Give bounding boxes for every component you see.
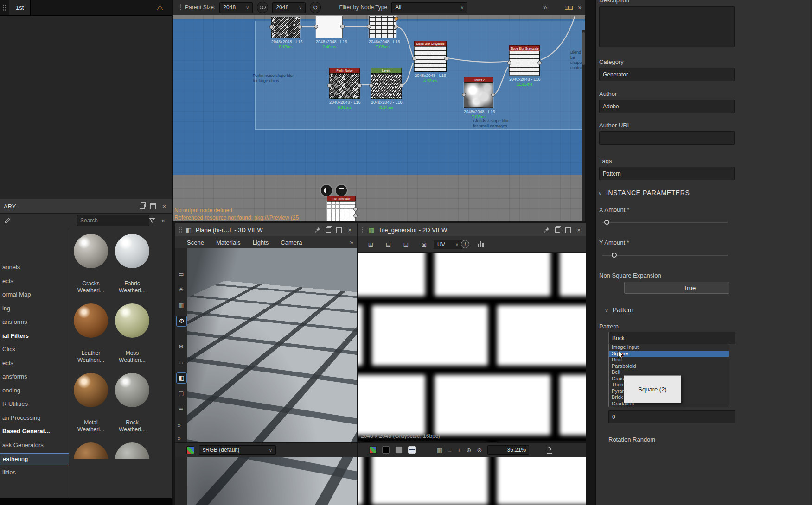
pattern-section-header[interactable]: Pattern (613, 306, 633, 314)
environment-icon[interactable]: ▦ (176, 300, 186, 310)
center-view-icon[interactable]: + (457, 447, 461, 454)
description-field[interactable] (599, 6, 735, 47)
graph-node[interactable]: 2048x2048 - L160.17ms (271, 17, 300, 38)
y-amount-knob[interactable] (612, 252, 617, 258)
output-connector-icon[interactable] (394, 25, 398, 29)
scrollbar-handle[interactable] (582, 32, 585, 65)
x-amount-slider[interactable] (602, 222, 728, 223)
edit-pencil-icon[interactable] (4, 217, 11, 224)
graph-node[interactable]: Slope Blur Grayscale2048x2048 - L1611.95… (509, 45, 540, 76)
filter-funnel-icon[interactable] (148, 217, 156, 224)
output-toggle-button[interactable] (320, 184, 333, 197)
black-channel-icon[interactable] (382, 446, 390, 454)
view-2d-titlebar[interactable]: ▦ Tile_generator - 2D VIEW × (358, 223, 586, 237)
input-connector-icon[interactable] (367, 25, 371, 29)
pin-icon[interactable] (314, 226, 321, 234)
node-graph-canvas[interactable]: Perlin noise slope blurfor large chipsCl… (173, 15, 585, 221)
move-icon[interactable]: ⊕ (176, 341, 186, 351)
viewport-3d[interactable] (187, 248, 357, 505)
chevron-down-icon[interactable]: ∨ (598, 190, 602, 196)
maximize-panel-icon[interactable] (335, 226, 343, 234)
list-item[interactable] (115, 442, 149, 459)
sidebar-item-ansforms[interactable]: ansforms (0, 371, 68, 382)
author-field[interactable]: Adobe (599, 100, 735, 113)
pattern-option-square[interactable]: Square (609, 351, 729, 357)
list-item[interactable]: MetalWeatheri... (74, 373, 108, 407)
author-url-field[interactable] (599, 131, 735, 145)
parent-width-dropdown[interactable]: 2048∨ (219, 2, 253, 13)
info-icon[interactable]: i (461, 240, 469, 248)
input-connector-icon[interactable] (314, 25, 318, 29)
input-connector-icon[interactable] (507, 61, 511, 65)
input-connector-icon[interactable] (269, 25, 274, 29)
sidebar-item-ects[interactable]: ects (0, 276, 68, 287)
menu-scene[interactable]: Scene (187, 239, 204, 246)
output-connector-icon[interactable] (298, 25, 302, 29)
texture-2d-canvas[interactable] (358, 252, 586, 505)
link-sizes-button[interactable] (257, 2, 268, 13)
uv-mode-dropdown[interactable]: UV∨ (434, 240, 462, 249)
graph-vertical-scrollbar[interactable] (582, 30, 585, 221)
output-connector-icon[interactable] (537, 61, 542, 65)
graph-node[interactable]: 2048x2048 - L167.05ms (369, 16, 396, 38)
reset-size-button[interactable]: ↺ (310, 2, 321, 13)
close-icon[interactable]: × (346, 226, 353, 234)
menu-materials[interactable]: Materials (216, 239, 241, 246)
pattern-option-image-input[interactable]: Image Input (609, 344, 729, 351)
pattern-dropdown[interactable]: Brick (608, 332, 735, 344)
scale-icon[interactable]: ↔ (176, 357, 186, 367)
non-square-expansion-toggle[interactable]: True (624, 282, 729, 294)
close-icon[interactable]: × (575, 226, 582, 234)
view-3d-titlebar[interactable]: ◧ Plane (hi-r…L - 3D VIEW × (175, 223, 357, 237)
panel-grip-icon[interactable] (362, 226, 364, 234)
layers-icon[interactable]: ≣ (176, 404, 186, 414)
pattern-value-input[interactable]: 0 (608, 410, 735, 423)
menu-lights[interactable]: Lights (253, 239, 269, 246)
list-item[interactable]: MossWeatheri... (115, 303, 149, 338)
instance-parameters-header[interactable]: INSTANCE PARAMETERS (606, 189, 690, 196)
float-panel-icon[interactable] (325, 226, 332, 234)
input-connector-icon[interactable] (369, 83, 373, 88)
y-amount-slider[interactable] (602, 255, 728, 256)
usage-toggle-button[interactable] (335, 184, 348, 197)
tile-grid-icon[interactable]: ▦ (437, 447, 442, 454)
category-field[interactable]: Generator (599, 68, 735, 81)
toolbar-grip-icon[interactable] (178, 4, 181, 11)
display-icon[interactable]: ▭ (176, 269, 186, 279)
sidebar-item-anprocessing[interactable]: an Processing (0, 412, 68, 423)
pattern-option-paraboloid[interactable]: Paraboloid (609, 363, 729, 370)
gray-channel-icon[interactable] (395, 446, 403, 454)
input-connector-icon[interactable] (462, 93, 466, 97)
pan-icon[interactable]: ⊕ (466, 447, 471, 454)
chevron-down-icon[interactable]: ∨ (605, 308, 608, 314)
properties-scrollbar[interactable] (810, 0, 812, 505)
list-item[interactable]: LeatherWeatheri... (74, 303, 108, 338)
strip-overflow-icon[interactable]: » (178, 422, 181, 429)
close-icon[interactable]: × (160, 202, 168, 210)
panel-grip-icon[interactable] (3, 4, 6, 12)
list-item[interactable]: RockWeatheri... (115, 373, 149, 407)
strip-overflow-icon[interactable]: » (178, 435, 181, 442)
sidebar-item-basedgenerat[interactable]: Based Generat... (0, 426, 68, 437)
graph-node[interactable]: Clouds 22048x2048 - L167.02ms (464, 77, 493, 108)
menu-overflow-icon[interactable]: » (350, 239, 353, 246)
input-connector-icon[interactable] (327, 83, 332, 88)
sidebar-item-eathering[interactable]: eathering (0, 453, 69, 465)
sidebar-item-ending[interactable]: ending (0, 385, 68, 396)
output-connector-icon[interactable] (353, 214, 358, 218)
sidebar-item-ormalmap[interactable]: ormal Map (0, 289, 68, 300)
maximize-panel-icon[interactable] (149, 202, 157, 210)
geometry-icon[interactable]: ◧ (176, 372, 187, 384)
output-connector-icon[interactable] (491, 93, 495, 97)
levels-icon[interactable]: ≡ (448, 447, 452, 454)
render-settings-icon[interactable]: ⚙ (176, 316, 187, 327)
panel-menu-overflow-icon[interactable]: » (578, 4, 582, 11)
active-channel-icon[interactable] (408, 446, 416, 454)
copy-icon[interactable]: ⊡ (402, 240, 410, 249)
parent-height-dropdown[interactable]: 2048∨ (272, 2, 306, 13)
input-connector-icon[interactable] (412, 57, 416, 61)
maximize-panel-icon[interactable] (564, 226, 572, 234)
panel-grip-icon[interactable] (179, 226, 182, 234)
x-amount-knob[interactable] (604, 220, 609, 225)
disable-icon[interactable]: ⊘ (477, 447, 482, 454)
